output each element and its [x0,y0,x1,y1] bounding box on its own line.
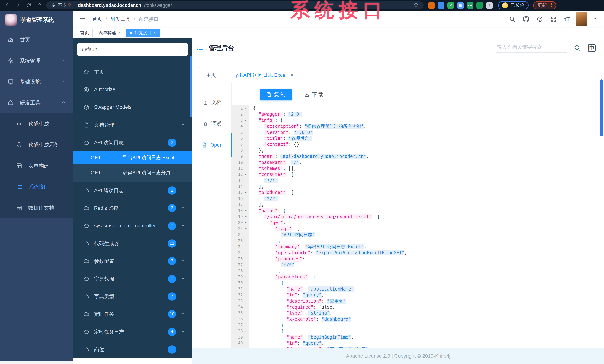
doc-tab[interactable]: 导出API 访问日志 Excel✕ [225,67,302,83]
tab-tag[interactable]: 表单构建× [95,29,124,37]
doc-tab[interactable]: 主页 [198,67,224,83]
knife4j-group-item[interactable]: API 错误日志3 [73,182,192,199]
fold-toggle-icon[interactable]: ▾ [244,220,248,226]
main-scrollbar-thumb[interactable] [600,79,603,136]
app-logo [5,14,17,26]
copy-button[interactable]: 复 制 [260,88,292,100]
knife4j-group-item[interactable]: 定时任务10 [73,305,192,323]
fold-toggle-icon[interactable]: ▾ [244,328,248,334]
extension-icon[interactable]: ▦ [457,2,464,9]
knife4j-group-item[interactable]: sys-sms-template-controller7 [73,217,192,235]
bookmark-star-icon[interactable] [413,2,419,9]
sidebar-item-1[interactable]: 首页 [0,29,73,50]
side-tab-调试[interactable]: 调试 [192,113,231,134]
knife4j-group-item[interactable]: 字典数据7 [73,270,192,288]
browser-menu-icon[interactable] [549,2,554,8]
code-token: , [312,136,314,141]
knife4j-group-item[interactable]: Redis 监控2 [73,199,192,217]
tab-tag[interactable]: 系统接口× [126,29,160,37]
sidebar-subitem[interactable]: 代码生成 [0,113,73,134]
avatar-caret-icon[interactable] [593,17,597,22]
knife4j-nav-item[interactable]: Authorize [73,81,192,98]
fold-toggle-icon[interactable]: ▾ [244,208,248,214]
code-token: "name" [287,335,303,340]
side-tab-文档[interactable]: 文档 [192,91,231,113]
doc-search-icon[interactable] [574,44,581,51]
extension-icon[interactable]: ✓ [447,2,454,9]
api-operation[interactable]: GET导出API 访问日志 Excel [73,151,192,164]
hamburger-icon[interactable] [79,15,87,23]
browser-reload-icon[interactable] [25,1,33,10]
code-token: ], [276,268,281,274]
sidebar-subitem[interactable]: 代码生成示例 [0,134,73,155]
download-button[interactable]: 下 载 [298,88,330,100]
side-tab-Open[interactable]: Open [192,134,231,156]
knife4j-nav-item[interactable]: Swagger Models [73,98,192,116]
menu-label: 主页 [94,69,185,75]
sidebar-subitem[interactable]: 系统接口 [0,176,73,197]
doc-search-input[interactable] [497,44,566,50]
address-bar[interactable]: 不安全 dashboard.yudao.iocoder.cn/tool/swag… [46,1,424,9]
code-content: "name": "beginBeginTime", [249,334,354,340]
browser-home-icon[interactable] [35,1,44,10]
fold-toggle-icon[interactable]: ▾ [244,226,248,232]
close-icon[interactable]: × [118,30,121,35]
language-icon[interactable]: 中 [588,44,596,52]
code-line: 14 ], [231,184,604,189]
browser-back-icon[interactable] [3,1,11,10]
github-icon[interactable] [522,15,530,23]
header-search-icon[interactable] [509,15,516,23]
fold-toggle-icon[interactable]: ▾ [244,117,248,123]
line-number: 30 [238,280,243,286]
browser-update-button[interactable]: 更新 [533,1,556,10]
close-icon[interactable]: × [154,30,156,35]
help-icon[interactable] [536,15,543,23]
sidebar-item-2[interactable]: 系统管理 [0,50,73,71]
knife4j-group-item[interactable]: 字典类型7 [73,288,192,305]
paused-extension-pill[interactable]: 已暂停 [498,1,529,10]
api-operation[interactable]: GET获得API 访问日志分页 [73,164,192,182]
knife4j-nav-item[interactable]: 文档管理 [73,116,192,134]
fold-toggle-icon[interactable]: ▾ [244,189,248,196]
fold-toggle-icon[interactable]: ▾ [244,105,248,111]
knife4j-group-item[interactable]: 定时任务日志4 [73,323,192,340]
knife4j-group-item[interactable]: 代码生成器11 [73,235,192,252]
extension-icon[interactable] [428,2,435,9]
line-number: 28 [238,268,243,274]
knife4j-scrollbar[interactable] [190,56,192,117]
fold-toggle-icon[interactable]: ▾ [244,214,248,220]
font-size-icon[interactable]: тT [564,16,570,22]
code-editor[interactable]: 1▾{2 "swagger": "2.0",3▾"info": {4 "desc… [231,105,604,352]
knife4j-group-item[interactable]: 岗位 [73,340,192,358]
doc-search-field[interactable] [496,43,567,53]
fold-toggle-icon[interactable]: ▾ [244,256,248,262]
sidebar-item-4[interactable]: 研发工具 [0,92,73,113]
extension-icon[interactable] [438,2,444,9]
browser-forward-icon[interactable] [14,1,22,10]
extension-icon[interactable] [477,2,483,9]
sidebar-item-3[interactable]: 基础设施 [0,71,73,92]
knife4j-group-item[interactable]: 参数配置7 [73,252,192,270]
fullscreen-icon[interactable] [550,15,557,23]
doc-list-icon[interactable] [197,44,204,52]
fold-toggle-icon[interactable]: ▾ [244,274,248,280]
tab-tag[interactable]: 首页 [77,29,93,37]
sidebar-subitem[interactable]: 表单构建 [0,155,73,176]
api-group-select[interactable]: default [77,43,188,56]
close-icon[interactable]: ✕ [290,72,294,78]
chevron-down-icon [61,79,66,85]
code-token: : [316,317,322,322]
breadcrumb-item[interactable]: 研发工具 [111,16,131,23]
fold-toggle-icon[interactable]: ▾ [244,172,248,177]
knife4j-nav-item[interactable]: 主页 [73,63,192,81]
breadcrumb-item[interactable]: 首页 [92,16,102,23]
code-content: "basePath": "/", [249,160,302,165]
code-line: 8 }, [231,148,604,153]
sidebar-subitem[interactable]: 数据库文档 [0,197,73,218]
user-avatar[interactable] [576,12,587,26]
knife4j-nav-item[interactable]: API 访问日志2 [73,134,192,151]
fold-toggle-icon[interactable]: ▾ [244,280,248,286]
extension-icon[interactable]: cn [467,2,473,9]
code-token: , [332,304,335,310]
extension-icon[interactable]: ★ [486,2,493,9]
